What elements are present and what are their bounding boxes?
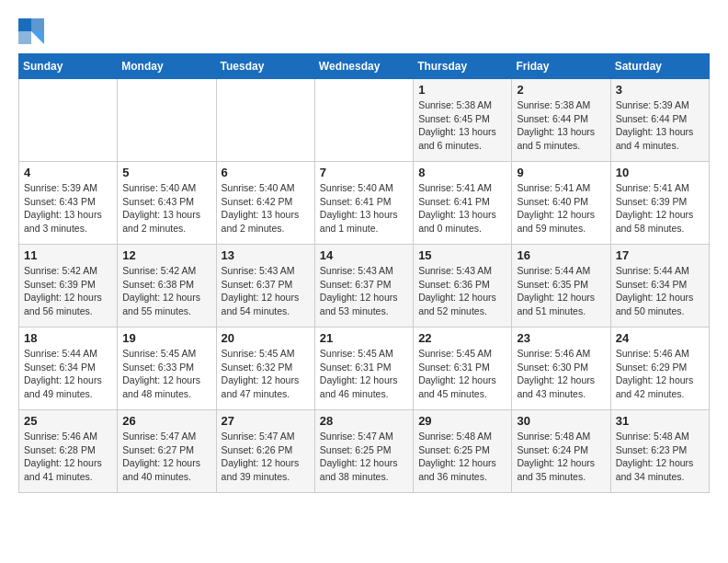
calendar-cell: 4Sunrise: 5:39 AM Sunset: 6:43 PM Daylig… <box>19 162 118 245</box>
day-number: 9 <box>517 166 605 179</box>
day-info: Sunrise: 5:48 AM Sunset: 6:25 PM Dayligh… <box>418 430 506 484</box>
calendar-cell: 17Sunrise: 5:44 AM Sunset: 6:34 PM Dayli… <box>610 245 709 327</box>
calendar-cell: 15Sunrise: 5:43 AM Sunset: 6:36 PM Dayli… <box>414 245 512 327</box>
day-number: 16 <box>517 248 605 262</box>
calendar-cell: 31Sunrise: 5:48 AM Sunset: 6:23 PM Dayli… <box>610 410 709 493</box>
day-number: 13 <box>222 248 310 262</box>
day-number: 1 <box>418 83 506 97</box>
svg-marker-3 <box>31 31 44 44</box>
column-header-sunday: Sunday <box>19 54 118 79</box>
day-info: Sunrise: 5:45 AM Sunset: 6:31 PM Dayligh… <box>320 347 408 401</box>
calendar-cell: 6Sunrise: 5:40 AM Sunset: 6:42 PM Daylig… <box>216 162 314 245</box>
calendar-table: SundayMondayTuesdayWednesdayThursdayFrid… <box>18 53 710 493</box>
calendar-cell: 28Sunrise: 5:47 AM Sunset: 6:25 PM Dayli… <box>314 410 413 493</box>
day-number: 14 <box>320 248 408 262</box>
calendar-cell: 30Sunrise: 5:48 AM Sunset: 6:24 PM Dayli… <box>512 410 610 493</box>
day-number: 11 <box>24 248 112 262</box>
logo <box>18 18 48 44</box>
calendar-cell: 9Sunrise: 5:41 AM Sunset: 6:40 PM Daylig… <box>512 162 610 245</box>
calendar-cell: 22Sunrise: 5:45 AM Sunset: 6:31 PM Dayli… <box>414 327 512 410</box>
calendar-week-row: 25Sunrise: 5:46 AM Sunset: 6:28 PM Dayli… <box>19 410 710 493</box>
day-info: Sunrise: 5:41 AM Sunset: 6:41 PM Dayligh… <box>418 181 506 236</box>
calendar-cell: 14Sunrise: 5:43 AM Sunset: 6:37 PM Dayli… <box>314 245 413 327</box>
column-header-wednesday: Wednesday <box>314 54 413 79</box>
day-info: Sunrise: 5:43 AM Sunset: 6:36 PM Dayligh… <box>418 264 506 318</box>
day-number: 30 <box>517 414 605 428</box>
day-info: Sunrise: 5:47 AM Sunset: 6:26 PM Dayligh… <box>222 430 310 484</box>
calendar-cell: 3Sunrise: 5:39 AM Sunset: 6:44 PM Daylig… <box>610 79 709 162</box>
day-info: Sunrise: 5:42 AM Sunset: 6:39 PM Dayligh… <box>24 264 112 318</box>
day-number: 4 <box>24 166 112 179</box>
day-number: 28 <box>320 414 408 428</box>
calendar-cell: 23Sunrise: 5:46 AM Sunset: 6:30 PM Dayli… <box>512 327 610 410</box>
svg-rect-0 <box>18 18 31 31</box>
day-info: Sunrise: 5:42 AM Sunset: 6:38 PM Dayligh… <box>122 264 210 318</box>
calendar-cell: 20Sunrise: 5:45 AM Sunset: 6:32 PM Dayli… <box>216 327 314 410</box>
svg-rect-2 <box>18 31 31 44</box>
calendar-cell <box>19 79 118 162</box>
calendar-cell: 16Sunrise: 5:44 AM Sunset: 6:35 PM Dayli… <box>512 245 610 327</box>
calendar-cell: 10Sunrise: 5:41 AM Sunset: 6:39 PM Dayli… <box>610 162 709 245</box>
day-info: Sunrise: 5:45 AM Sunset: 6:33 PM Dayligh… <box>122 347 210 401</box>
day-number: 19 <box>122 331 210 345</box>
day-info: Sunrise: 5:44 AM Sunset: 6:34 PM Dayligh… <box>616 264 704 318</box>
calendar-cell: 26Sunrise: 5:47 AM Sunset: 6:27 PM Dayli… <box>118 410 216 493</box>
calendar-header-row: SundayMondayTuesdayWednesdayThursdayFrid… <box>19 54 710 79</box>
day-number: 5 <box>122 166 210 179</box>
day-number: 3 <box>616 83 704 97</box>
day-number: 24 <box>616 331 704 345</box>
calendar-cell: 29Sunrise: 5:48 AM Sunset: 6:25 PM Dayli… <box>414 410 512 493</box>
day-number: 22 <box>418 331 506 345</box>
calendar-cell: 21Sunrise: 5:45 AM Sunset: 6:31 PM Dayli… <box>314 327 413 410</box>
day-info: Sunrise: 5:48 AM Sunset: 6:23 PM Dayligh… <box>616 430 704 484</box>
day-info: Sunrise: 5:40 AM Sunset: 6:42 PM Dayligh… <box>222 181 310 236</box>
day-number: 25 <box>24 414 112 428</box>
calendar-week-row: 11Sunrise: 5:42 AM Sunset: 6:39 PM Dayli… <box>19 245 710 327</box>
calendar-cell: 8Sunrise: 5:41 AM Sunset: 6:41 PM Daylig… <box>414 162 512 245</box>
day-info: Sunrise: 5:46 AM Sunset: 6:30 PM Dayligh… <box>517 347 605 401</box>
day-info: Sunrise: 5:40 AM Sunset: 6:41 PM Dayligh… <box>320 181 408 236</box>
day-number: 27 <box>222 414 310 428</box>
column-header-thursday: Thursday <box>414 54 512 79</box>
day-number: 23 <box>517 331 605 345</box>
calendar-cell: 27Sunrise: 5:47 AM Sunset: 6:26 PM Dayli… <box>216 410 314 493</box>
day-info: Sunrise: 5:39 AM Sunset: 6:44 PM Dayligh… <box>616 98 704 153</box>
svg-rect-1 <box>31 18 44 31</box>
calendar-cell: 25Sunrise: 5:46 AM Sunset: 6:28 PM Dayli… <box>19 410 118 493</box>
day-info: Sunrise: 5:46 AM Sunset: 6:29 PM Dayligh… <box>616 347 704 401</box>
calendar-cell <box>314 79 413 162</box>
day-info: Sunrise: 5:46 AM Sunset: 6:28 PM Dayligh… <box>24 430 112 484</box>
day-info: Sunrise: 5:44 AM Sunset: 6:35 PM Dayligh… <box>517 264 605 318</box>
column-header-friday: Friday <box>512 54 610 79</box>
day-info: Sunrise: 5:48 AM Sunset: 6:24 PM Dayligh… <box>517 430 605 484</box>
logo-icon <box>18 18 44 44</box>
day-number: 6 <box>222 166 310 179</box>
day-number: 26 <box>122 414 210 428</box>
calendar-cell: 7Sunrise: 5:40 AM Sunset: 6:41 PM Daylig… <box>314 162 413 245</box>
day-info: Sunrise: 5:39 AM Sunset: 6:43 PM Dayligh… <box>24 181 112 236</box>
day-info: Sunrise: 5:47 AM Sunset: 6:27 PM Dayligh… <box>122 430 210 484</box>
calendar-cell: 11Sunrise: 5:42 AM Sunset: 6:39 PM Dayli… <box>19 245 118 327</box>
day-number: 29 <box>418 414 506 428</box>
calendar-cell: 13Sunrise: 5:43 AM Sunset: 6:37 PM Dayli… <box>216 245 314 327</box>
calendar-cell: 24Sunrise: 5:46 AM Sunset: 6:29 PM Dayli… <box>610 327 709 410</box>
calendar-cell: 5Sunrise: 5:40 AM Sunset: 6:43 PM Daylig… <box>118 162 216 245</box>
calendar-cell: 19Sunrise: 5:45 AM Sunset: 6:33 PM Dayli… <box>118 327 216 410</box>
day-info: Sunrise: 5:38 AM Sunset: 6:45 PM Dayligh… <box>418 98 506 153</box>
day-number: 12 <box>122 248 210 262</box>
day-info: Sunrise: 5:41 AM Sunset: 6:39 PM Dayligh… <box>616 181 704 236</box>
calendar-cell: 1Sunrise: 5:38 AM Sunset: 6:45 PM Daylig… <box>414 79 512 162</box>
day-number: 18 <box>24 331 112 345</box>
day-info: Sunrise: 5:43 AM Sunset: 6:37 PM Dayligh… <box>222 264 310 318</box>
day-number: 10 <box>616 166 704 179</box>
day-number: 31 <box>616 414 704 428</box>
calendar-cell: 2Sunrise: 5:38 AM Sunset: 6:44 PM Daylig… <box>512 79 610 162</box>
day-number: 21 <box>320 331 408 345</box>
day-number: 2 <box>517 83 605 97</box>
calendar-cell <box>118 79 216 162</box>
day-info: Sunrise: 5:45 AM Sunset: 6:31 PM Dayligh… <box>418 347 506 401</box>
day-number: 8 <box>418 166 506 179</box>
column-header-monday: Monday <box>118 54 216 79</box>
calendar-cell: 12Sunrise: 5:42 AM Sunset: 6:38 PM Dayli… <box>118 245 216 327</box>
day-number: 7 <box>320 166 408 179</box>
